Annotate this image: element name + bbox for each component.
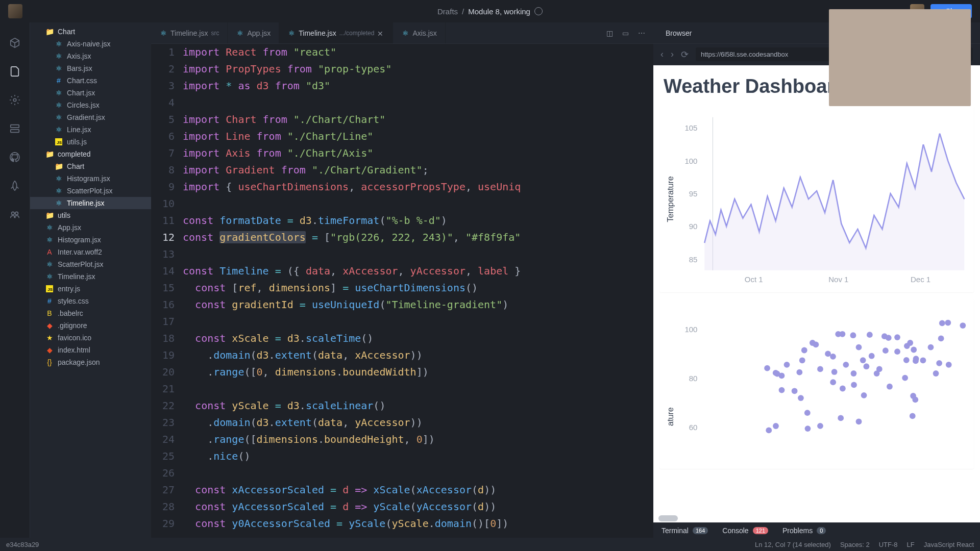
file-tree-item[interactable]: ⚛Line.jsx [30, 123, 151, 136]
svg-point-46 [817, 423, 823, 429]
breadcrumb[interactable]: Drafts / Module 8, working [437, 7, 543, 16]
file-tree-item[interactable]: #Chart.css [30, 74, 151, 87]
file-tree-item[interactable]: 📁Chart [30, 160, 151, 172]
file-tree-item[interactable]: ⚛Chart.jsx [30, 87, 151, 99]
file-tree-label: Axis-naive.jsx [67, 40, 111, 48]
svg-point-76 [911, 346, 917, 353]
svg-text:ature: ature [666, 407, 675, 426]
file-tree-item[interactable]: ⚛Histogram.jsx [30, 172, 151, 185]
server-icon[interactable] [9, 122, 21, 135]
live-icon[interactable] [9, 208, 21, 220]
app-logo[interactable] [8, 4, 22, 18]
svg-point-51 [863, 363, 869, 369]
svg-point-38 [902, 375, 908, 381]
file-explorer[interactable]: 📁Chart⚛Axis-naive.jsx⚛Axis.jsx⚛Bars.jsx#… [30, 22, 151, 538]
github-icon[interactable] [9, 151, 21, 163]
document-name[interactable]: Module 8, working [468, 7, 530, 16]
more-icon[interactable]: ⋯ [638, 29, 645, 37]
cursor-position[interactable]: Ln 12, Col 7 (14 selected) [755, 541, 831, 548]
editor-tab[interactable]: ⚛Axis.jsx [393, 22, 445, 43]
file-tree-item[interactable]: ⚛ScatterPlot.jsx [30, 185, 151, 197]
file-tree-item[interactable]: ⚛Gradient.jsx [30, 111, 151, 123]
svg-point-72 [830, 354, 836, 360]
file-tree-label: ScatterPlot.jsx [58, 260, 103, 268]
file-tree-item[interactable]: ⚛Bars.jsx [30, 62, 151, 74]
file-tree-label: Histogram.jsx [67, 174, 110, 183]
file-tree-item[interactable]: ◆index.html [30, 344, 151, 356]
line-gutter[interactable]: 1234567891011121314151617181920212223242… [151, 44, 183, 538]
svg-point-79 [850, 332, 856, 338]
file-tree-item[interactable]: 📁utils [30, 209, 151, 221]
breadcrumb-parent[interactable]: Drafts [437, 7, 458, 16]
svg-point-78 [904, 343, 910, 349]
svg-point-73 [910, 413, 916, 419]
split-editor-icon[interactable]: ◫ [606, 29, 613, 37]
svg-point-42 [928, 344, 934, 350]
close-icon[interactable]: ✕ [377, 30, 384, 37]
reload-icon[interactable]: ⟳ [681, 49, 689, 60]
tab-terminal[interactable]: Terminal 164 [662, 527, 708, 535]
file-tree-item[interactable]: 📁Chart [30, 26, 151, 38]
bottom-panel-tabs: Terminal 164 Console 121 Problems 0 [653, 522, 980, 538]
svg-text:100: 100 [684, 157, 697, 165]
deploy-icon[interactable] [9, 180, 21, 192]
file-tree-item[interactable]: ⚛App.jsx [30, 221, 151, 234]
file-tree-item[interactable]: ⚛Axis-naive.jsx [30, 38, 151, 50]
language-mode[interactable]: JavaScript React [924, 541, 974, 548]
nav-forward-icon[interactable]: › [671, 49, 674, 60]
svg-point-82 [886, 335, 892, 341]
react-icon: ⚛ [159, 29, 167, 37]
file-tree-item[interactable]: ⚛Histogram.jsx [30, 234, 151, 246]
file-tree-label: entry.js [58, 285, 80, 293]
code-content[interactable]: import React from "react"import PropType… [183, 44, 653, 538]
file-tree-label: Timeline.jsx [67, 199, 104, 207]
svg-point-59 [796, 369, 802, 375]
file-tree-item[interactable]: ⚛Axis.jsx [30, 50, 151, 62]
svg-point-41 [920, 357, 926, 363]
git-commit-hash[interactable]: e34c83a29 [6, 541, 39, 548]
nav-back-icon[interactable]: ‹ [660, 49, 664, 60]
files-icon[interactable] [9, 65, 21, 78]
file-tree-label: Chart [67, 162, 84, 170]
breadcrumb-sep: / [462, 7, 464, 16]
file-tree-item[interactable]: ★favicon.ico [30, 332, 151, 344]
horizontal-scrollbar[interactable] [658, 515, 975, 521]
file-tree-item[interactable]: JSentry.js [30, 283, 151, 295]
svg-point-66 [945, 319, 951, 325]
indent-setting[interactable]: Spaces: 2 [840, 541, 870, 548]
editor-tab[interactable]: ⚛Timeline.jsx .../completed ✕ [279, 22, 393, 43]
activity-bar [0, 22, 30, 538]
file-tree-item[interactable]: ◆.gitignore [30, 319, 151, 332]
file-tree-label: Chart [58, 28, 75, 36]
svg-text:Nov 1: Nov 1 [828, 275, 848, 284]
file-tree-item[interactable]: ⚛Timeline.jsx [30, 270, 151, 283]
svg-point-77 [960, 322, 966, 329]
browser-viewport[interactable]: Weather Dashboard Temperature 105 100 95… [653, 65, 980, 522]
y-axis-label: Temperature [666, 176, 675, 222]
file-tree-item[interactable]: ⚛ScatterPlot.jsx [30, 258, 151, 270]
file-tree-item[interactable]: 📁completed [30, 148, 151, 160]
file-tree-item[interactable]: #styles.css [30, 295, 151, 307]
file-tree-item[interactable]: B.babelrc [30, 307, 151, 319]
file-tree-item[interactable]: ⚛Timeline.jsx [30, 197, 151, 209]
editor-tab[interactable]: ⚛App.jsx [228, 22, 279, 43]
file-tree-item[interactable]: ⚛Circles.jsx [30, 99, 151, 111]
eol[interactable]: LF [907, 541, 915, 548]
globe-icon[interactable] [534, 7, 543, 15]
svg-point-57 [801, 347, 807, 353]
svg-point-3 [12, 212, 14, 215]
file-tree-item[interactable]: AInter.var.woff2 [30, 246, 151, 258]
editor-tab[interactable]: ⚛Timeline.jsx src [151, 22, 228, 43]
file-tree-label: .gitignore [58, 321, 87, 330]
svg-text:95: 95 [689, 189, 698, 198]
tab-browser[interactable]: Browser [662, 29, 696, 37]
sandbox-icon[interactable] [9, 37, 21, 49]
file-tree-item[interactable]: JSutils.js [30, 136, 151, 148]
tab-console[interactable]: Console 121 [722, 527, 768, 535]
encoding[interactable]: UTF-8 [879, 541, 898, 548]
settings-icon[interactable] [9, 94, 21, 106]
preview-pane-icon[interactable]: ▭ [622, 29, 629, 37]
file-tree-item[interactable]: {}package.json [30, 356, 151, 368]
file-tree-label: Line.jsx [67, 126, 91, 134]
tab-problems[interactable]: Problems 0 [782, 527, 826, 535]
